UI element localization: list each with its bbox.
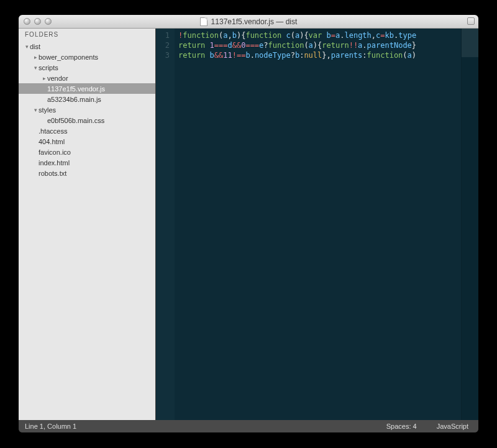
tree-item-label: favicon.ico bbox=[39, 149, 71, 156]
close-icon[interactable] bbox=[24, 18, 30, 25]
token: var bbox=[309, 31, 327, 40]
app-window: 1137e1f5.vendor.js — dist FOLDERS ▾dist▸… bbox=[19, 15, 478, 432]
chevron-down-icon[interactable]: ▾ bbox=[32, 107, 39, 113]
line-number: 1 bbox=[156, 30, 175, 40]
file-tree[interactable]: ▾dist▸bower_components▾scripts▸vendor113… bbox=[19, 41, 155, 420]
token: b bbox=[210, 51, 214, 60]
token: ( bbox=[291, 31, 295, 40]
token: = bbox=[380, 31, 385, 40]
chevron-right-icon[interactable]: ▸ bbox=[41, 75, 47, 81]
tree-item-label: dist bbox=[30, 43, 40, 50]
token: a bbox=[408, 51, 412, 60]
tree-item-label: robots.txt bbox=[39, 170, 66, 177]
window-title-text: 1137e1f5.vendor.js — dist bbox=[211, 17, 298, 26]
token: ? bbox=[263, 41, 268, 50]
token: c bbox=[286, 31, 290, 40]
status-position[interactable]: Line 1, Column 1 bbox=[19, 423, 76, 430]
token: } bbox=[412, 41, 416, 50]
tree-item-label: index.html bbox=[39, 159, 70, 167]
tree-file[interactable]: 404.html bbox=[19, 136, 155, 147]
zoom-icon[interactable] bbox=[45, 18, 52, 25]
token: type bbox=[398, 31, 416, 40]
token: d bbox=[228, 41, 232, 50]
code-area[interactable]: !function(a,b){function c(a){var b=a.len… bbox=[175, 29, 461, 420]
editor[interactable]: 123 !function(a,b){function c(a){var b=a… bbox=[156, 29, 478, 420]
sidebar: FOLDERS ▾dist▸bower_components▾scripts▸v… bbox=[19, 29, 156, 420]
tree-folder[interactable]: ▸bower_components bbox=[19, 52, 155, 62]
token: nodeType bbox=[255, 51, 291, 60]
code-line[interactable]: return 1===d&&0===e?function(a){return!!… bbox=[178, 40, 461, 50]
minimize-icon[interactable] bbox=[34, 18, 41, 25]
token: parentNode bbox=[367, 41, 412, 50]
fullscreen-icon[interactable] bbox=[467, 17, 475, 25]
tree-file[interactable]: favicon.ico bbox=[19, 147, 155, 157]
tree-file[interactable]: a53234b6.main.js bbox=[19, 94, 155, 104]
token: function bbox=[268, 41, 304, 50]
token: null bbox=[304, 51, 322, 60]
statusbar: Line 1, Column 1 Spaces: 4 JavaScript bbox=[19, 420, 478, 432]
token: }, bbox=[322, 51, 331, 60]
token: b bbox=[327, 31, 331, 40]
tree-folder[interactable]: ▸vendor bbox=[19, 73, 155, 83]
token: a bbox=[223, 31, 227, 40]
tree-item-label: styles bbox=[39, 106, 56, 114]
token: !== bbox=[232, 51, 246, 60]
tree-folder[interactable]: ▾scripts bbox=[19, 62, 155, 73]
traffic-lights bbox=[19, 18, 52, 25]
token: return bbox=[178, 41, 210, 50]
token: ){ bbox=[299, 31, 308, 40]
status-syntax[interactable]: JavaScript bbox=[427, 423, 478, 430]
app-body: FOLDERS ▾dist▸bower_components▾scripts▸v… bbox=[19, 29, 478, 420]
tree-folder[interactable]: ▾dist bbox=[19, 41, 155, 52]
token: a bbox=[309, 41, 313, 50]
token: && bbox=[232, 41, 241, 50]
window-title: 1137e1f5.vendor.js — dist bbox=[19, 17, 478, 26]
token: === bbox=[214, 41, 228, 50]
code-line[interactable]: !function(a,b){function c(a){var b=a.len… bbox=[178, 30, 461, 40]
token: 11 bbox=[223, 51, 232, 60]
token: kb bbox=[385, 31, 394, 40]
minimap-thumb[interactable] bbox=[462, 29, 478, 57]
tree-file[interactable]: index.html bbox=[19, 157, 155, 168]
tree-file[interactable]: 1137e1f5.vendor.js bbox=[19, 83, 155, 94]
tree-item-label: a53234b6.main.js bbox=[47, 96, 101, 103]
token: . bbox=[250, 51, 255, 60]
token: . bbox=[362, 41, 367, 50]
token: , bbox=[372, 31, 376, 40]
token: function bbox=[245, 31, 286, 40]
chevron-down-icon[interactable]: ▾ bbox=[32, 65, 39, 71]
token: parents bbox=[331, 51, 363, 60]
token: b bbox=[245, 51, 250, 60]
tree-file[interactable]: .htaccess bbox=[19, 126, 155, 136]
tree-folder[interactable]: ▾styles bbox=[19, 104, 155, 115]
line-number: 2 bbox=[156, 40, 175, 50]
token: === bbox=[245, 41, 259, 50]
token: !! bbox=[349, 41, 358, 50]
code-line[interactable]: return b&&11!==b.nodeType?b:null},parent… bbox=[178, 50, 461, 60]
titlebar[interactable]: 1137e1f5.vendor.js — dist bbox=[19, 15, 478, 29]
chevron-down-icon[interactable]: ▾ bbox=[24, 43, 30, 50]
tree-item-label: 1137e1f5.vendor.js bbox=[47, 85, 105, 93]
gutter: 123 bbox=[156, 29, 175, 420]
tree-item-label: vendor bbox=[47, 75, 68, 82]
token: return bbox=[322, 41, 349, 50]
token: = bbox=[331, 31, 335, 40]
tree-file[interactable]: e0bf506b.main.css bbox=[19, 115, 155, 126]
tree-item-label: .htaccess bbox=[39, 127, 67, 135]
tree-item-label: bower_components bbox=[39, 53, 98, 61]
token: : bbox=[362, 51, 367, 60]
token: length bbox=[344, 31, 371, 40]
token: ){ bbox=[237, 31, 245, 40]
token: ( bbox=[403, 51, 407, 60]
minimap[interactable] bbox=[461, 29, 478, 420]
chevron-right-icon[interactable]: ▸ bbox=[32, 54, 39, 60]
token: ? bbox=[291, 51, 295, 60]
tree-file[interactable]: robots.txt bbox=[19, 168, 155, 178]
token: function bbox=[367, 51, 403, 60]
sidebar-header: FOLDERS bbox=[19, 29, 155, 41]
token: 1 bbox=[210, 41, 214, 50]
tree-item-label: scripts bbox=[39, 64, 58, 71]
status-spaces[interactable]: Spaces: 4 bbox=[376, 423, 427, 430]
token: && bbox=[214, 51, 223, 60]
token: ){ bbox=[313, 41, 322, 50]
